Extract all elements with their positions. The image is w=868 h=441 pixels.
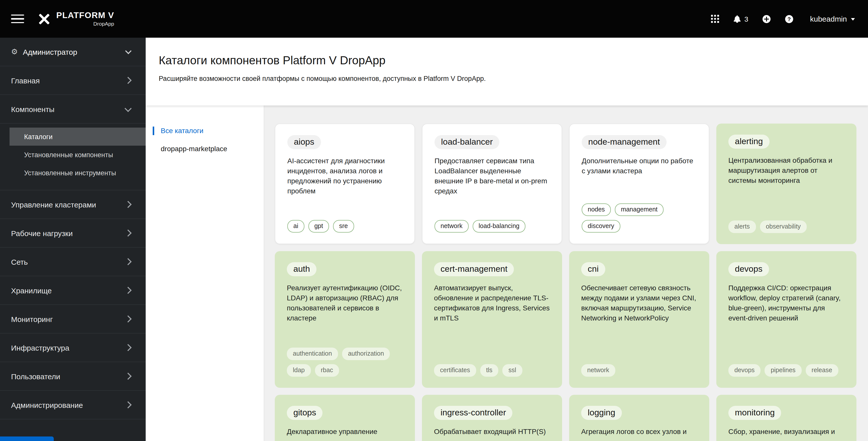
card-tags: certificates tls ssl [434, 357, 550, 377]
topbar-actions: 3 ? kubeadmin [711, 14, 855, 23]
card-description: Сбор, хранение, визуализация и [728, 427, 844, 437]
chevron-right-icon [125, 258, 132, 265]
catalog-card-cni[interactable]: cni Обеспечивает сетевую связность между… [569, 251, 709, 388]
brand-name: PLATFORM V [56, 11, 114, 20]
chevron-right-icon [125, 315, 132, 322]
chevron-right-icon [125, 373, 132, 380]
tag: load-balancing [473, 220, 526, 232]
sidebar-item-network[interactable]: Сеть [0, 248, 146, 276]
card-tags: devops pipelines release [728, 357, 844, 377]
brand-subtitle: DropApp [56, 21, 114, 27]
filter-dropapp-marketplace[interactable]: dropapp-marketplace [153, 145, 258, 153]
sidebar-item-storage[interactable]: Хранилище [0, 276, 146, 305]
user-menu[interactable]: kubeadmin [810, 14, 855, 23]
card-description: Централизованная обработка и маршрутизац… [728, 156, 844, 186]
app-launcher-grid-icon [711, 14, 719, 23]
sidebar-item-monitoring[interactable]: Мониторинг [0, 305, 146, 334]
card-title: logging [581, 406, 622, 420]
catalog-filter-list: Все каталоги dropapp-marketplace [146, 105, 264, 441]
components-subnav: Каталоги Установленные компоненты Устано… [0, 124, 146, 190]
tag: rbac [315, 364, 339, 377]
tag: sre [333, 220, 354, 232]
help-button[interactable]: ? [784, 14, 794, 23]
card-description: Декларативное управление [287, 427, 403, 437]
hamburger-icon [11, 14, 24, 16]
card-title: aiops [287, 135, 321, 149]
sidebar-item-label: Управление кластерами [11, 200, 96, 209]
notifications-count: 3 [744, 15, 748, 23]
brand[interactable]: PLATFORM V DropApp [37, 11, 114, 27]
main-navigation: Главная Компоненты Каталоги Установленны… [0, 66, 146, 419]
sidebar-item-workloads[interactable]: Рабочие нагрузки [0, 219, 146, 248]
tag: gpt [308, 220, 329, 232]
sidebar-item-label: Хранилище [11, 286, 52, 294]
sidebar-subitem-installed-tools[interactable]: Установленные инструменты [9, 164, 146, 182]
catalog-card-cert-management[interactable]: cert-management Автоматизирует выпуск, о… [422, 251, 562, 388]
tag: observability [760, 220, 807, 233]
sidebar-item-infrastructure[interactable]: Инфраструктура [0, 334, 146, 362]
page-header: Каталоги компонентов Platform V DropApp … [146, 38, 868, 105]
tag: release [805, 364, 838, 377]
main-content: Каталоги компонентов Platform V DropApp … [146, 38, 868, 441]
card-description: Реализует аутентификацию (OIDC, LDAP) и … [287, 283, 403, 323]
sidebar-item-administration[interactable]: Администрирование [0, 391, 146, 419]
plus-circle-icon [762, 14, 771, 23]
sidebar-item-label: Инфраструктура [11, 343, 69, 352]
card-title: auth [287, 262, 316, 276]
catalog-card-auth[interactable]: auth Реализует аутентификацию (OIDC, LDA… [275, 251, 415, 388]
page-subtitle: Расширяйте возможности своей платформы с… [159, 74, 855, 83]
catalog-card-gitops[interactable]: gitops Декларативное управление [275, 395, 415, 441]
card-title: gitops [287, 406, 323, 420]
app-launcher-button[interactable] [711, 14, 719, 23]
tag: devops [728, 364, 761, 377]
catalog-card-ingress-controller[interactable]: ingress-controller Обрабатывает входящий… [422, 395, 562, 441]
card-tags: ai gpt sre [287, 213, 402, 232]
bottom-cutoff-element [0, 437, 54, 441]
perspective-label: Администратор [23, 48, 77, 56]
catalog-card-devops[interactable]: devops Поддержка CI/CD: оркестрация work… [716, 251, 857, 388]
card-description: Дополнительные опции по работе с узлами … [582, 156, 697, 176]
topbar: PLATFORM V DropApp 3 [0, 0, 868, 38]
add-button[interactable] [762, 14, 771, 23]
card-tags: alerts observability [728, 214, 844, 233]
sidebar-item-components[interactable]: Компоненты [0, 95, 146, 124]
sidebar-item-home[interactable]: Главная [0, 66, 146, 95]
tag: alerts [728, 220, 756, 233]
perspective-switcher[interactable]: ⚙ Администратор [0, 38, 146, 66]
notifications-button[interactable]: 3 [733, 14, 748, 23]
tag: certificates [434, 364, 476, 377]
tag: ssl [502, 364, 522, 377]
menu-toggle-button[interactable] [11, 14, 24, 23]
card-title: node-management [582, 135, 666, 149]
tag: authentication [287, 348, 338, 360]
filter-all-catalogs[interactable]: Все каталоги [153, 127, 258, 135]
catalog-card-alerting[interactable]: alerting Централизованная обработка и ма… [716, 124, 857, 244]
catalog-card-monitoring[interactable]: monitoring Сбор, хранение, визуализация … [716, 395, 857, 441]
catalog-card-load-balancer[interactable]: load-balancer Предоставляет сервисам тип… [422, 124, 562, 244]
card-tags: nodes management discovery [582, 196, 697, 232]
catalog-card-logging[interactable]: logging Агрегация логов со всех узлов и [569, 395, 709, 441]
sidebar-item-users[interactable]: Пользователи [0, 362, 146, 391]
sidebar-item-label: Мониторинг [11, 315, 53, 323]
chevron-right-icon [125, 77, 132, 84]
card-tags: network load-balancing [434, 213, 550, 232]
tag: network [581, 364, 615, 377]
catalog-card-node-management[interactable]: node-management Дополнительные опции по … [569, 124, 709, 244]
card-description: AI-ассистент для диагностики инцидентов,… [287, 156, 402, 196]
sidebar-item-cluster-management[interactable]: Управление кластерами [0, 190, 146, 219]
tag: tls [480, 364, 499, 377]
tag: management [615, 203, 663, 216]
app-window: PLATFORM V DropApp 3 [0, 0, 868, 441]
card-description: Предоставляет сервисам типа LoadBalancer… [434, 156, 550, 196]
catalog-card-aiops[interactable]: aiops AI-ассистент для диагностики инцид… [275, 124, 415, 244]
svg-text:?: ? [787, 16, 790, 22]
card-description: Обеспечивает сетевую связность между под… [581, 283, 697, 323]
sidebar-item-label: Рабочие нагрузки [11, 229, 73, 237]
brand-text: PLATFORM V DropApp [56, 11, 114, 27]
tag: ai [287, 220, 304, 232]
chevron-down-icon [125, 105, 132, 112]
sidebar-subitem-installed-components[interactable]: Установленные компоненты [9, 146, 146, 164]
chevron-right-icon [125, 401, 132, 408]
sidebar-subitem-catalogs[interactable]: Каталоги [9, 128, 146, 146]
tag: ldap [287, 364, 311, 377]
